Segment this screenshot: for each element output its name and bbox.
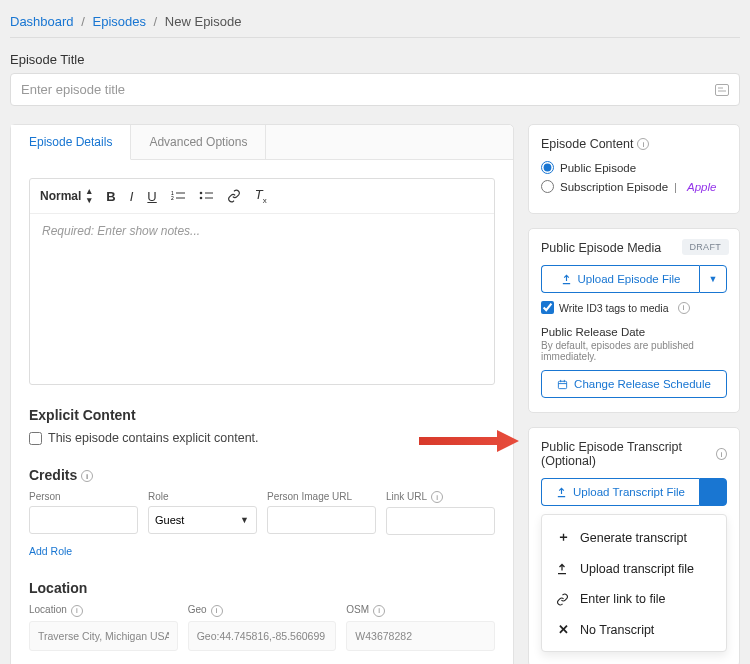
- editor-toolbar: Normal▴▾ B I U 12 Tx: [30, 179, 494, 214]
- info-icon: i: [678, 302, 690, 314]
- link-icon[interactable]: [227, 189, 241, 203]
- upload-episode-dropdown[interactable]: ▼: [699, 265, 727, 293]
- add-role-link[interactable]: Add Role: [29, 545, 72, 557]
- svg-rect-11: [558, 381, 566, 388]
- info-icon: i: [71, 605, 83, 617]
- italic-icon[interactable]: I: [130, 189, 134, 204]
- person-image-input[interactable]: [267, 506, 376, 534]
- breadcrumb-episodes[interactable]: Episodes: [92, 14, 145, 29]
- svg-marker-15: [419, 430, 519, 452]
- unordered-list-icon[interactable]: [199, 190, 213, 202]
- transcript-heading: Public Episode Transcript (Optional)i: [541, 440, 727, 468]
- info-icon: i: [373, 605, 385, 617]
- clear-format-icon[interactable]: Tx: [255, 187, 267, 205]
- episode-content-heading: Episode Contenti: [541, 137, 727, 151]
- person-image-label: Person Image URL: [267, 491, 376, 502]
- close-icon: ✕: [556, 622, 570, 637]
- breadcrumb-current: New Episode: [165, 14, 242, 29]
- breadcrumb-dashboard[interactable]: Dashboard: [10, 14, 74, 29]
- bold-icon[interactable]: B: [106, 189, 115, 204]
- svg-point-9: [199, 197, 202, 200]
- release-date-heading: Public Release Date: [541, 326, 727, 338]
- credits-heading: Creditsi: [29, 467, 495, 483]
- id3-checkbox[interactable]: [541, 301, 554, 314]
- card-icon: [715, 84, 729, 96]
- osm-label: OSMi: [346, 604, 495, 616]
- upload-icon: [556, 487, 567, 498]
- upload-transcript-button[interactable]: Upload Transcript File: [541, 478, 699, 506]
- info-icon: i: [211, 605, 223, 617]
- episode-title-input[interactable]: [21, 82, 715, 97]
- change-schedule-button[interactable]: Change Release Schedule: [541, 370, 727, 398]
- location-input[interactable]: [29, 621, 178, 651]
- menu-generate-transcript[interactable]: ＋Generate transcript: [542, 521, 726, 554]
- transcript-menu: ＋Generate transcript Upload transcript f…: [541, 514, 727, 652]
- location-label: Locationi: [29, 604, 178, 616]
- chevron-down-icon: ▼: [709, 274, 718, 284]
- info-icon: i: [716, 448, 727, 460]
- explicit-checkbox[interactable]: [29, 432, 42, 445]
- public-episode-radio[interactable]: [541, 161, 554, 174]
- plus-icon: ＋: [556, 529, 570, 546]
- id3-label: Write ID3 tags to media: [559, 302, 669, 314]
- breadcrumb: Dashboard / Episodes / New Episode: [10, 10, 740, 38]
- subscription-episode-label: Subscription Episode: [560, 181, 668, 193]
- svg-text:2: 2: [171, 195, 174, 201]
- ordered-list-icon[interactable]: 12: [171, 190, 185, 202]
- menu-no-transcript[interactable]: ✕No Transcript: [542, 614, 726, 645]
- geo-label: Geoi: [188, 604, 337, 616]
- subscription-episode-radio[interactable]: [541, 180, 554, 193]
- apple-label: Apple: [687, 181, 716, 193]
- upload-transcript-dropdown[interactable]: [699, 478, 727, 506]
- upload-icon: [561, 274, 572, 285]
- menu-enter-link[interactable]: Enter link to file: [542, 584, 726, 614]
- info-icon: i: [431, 491, 443, 503]
- location-heading: Location: [29, 580, 495, 596]
- info-icon: i: [81, 470, 93, 482]
- geo-input[interactable]: [188, 621, 337, 651]
- show-notes-editor[interactable]: Required: Enter show notes...: [30, 214, 494, 384]
- tab-episode-details[interactable]: Episode Details: [11, 125, 131, 160]
- svg-rect-0: [716, 84, 729, 95]
- person-label: Person: [29, 491, 138, 502]
- tab-advanced-options[interactable]: Advanced Options: [131, 125, 266, 159]
- info-icon: i: [637, 138, 649, 150]
- person-input[interactable]: [29, 506, 138, 534]
- explicit-heading: Explicit Content: [29, 407, 495, 423]
- link-url-input[interactable]: [386, 507, 495, 535]
- menu-upload-transcript[interactable]: Upload transcript file: [542, 554, 726, 584]
- role-label: Role: [148, 491, 257, 502]
- role-select[interactable]: [148, 506, 257, 534]
- episode-title-label: Episode Title: [10, 52, 740, 67]
- svg-point-7: [199, 192, 202, 195]
- draft-badge: DRAFT: [682, 239, 730, 255]
- editor-style-select[interactable]: Normal▴▾: [40, 187, 92, 205]
- explicit-label: This episode contains explicit content.: [48, 431, 259, 445]
- upload-icon: [556, 563, 570, 575]
- calendar-icon: [557, 379, 568, 390]
- upload-episode-button[interactable]: Upload Episode File: [541, 265, 699, 293]
- underline-icon[interactable]: U: [147, 189, 156, 204]
- release-date-desc: By default, episodes are published immed…: [541, 340, 727, 362]
- osm-input[interactable]: [346, 621, 495, 651]
- link-icon: [556, 593, 570, 606]
- arrow-icon: [419, 428, 519, 454]
- link-url-label: Link URLi: [386, 491, 495, 503]
- public-episode-label: Public Episode: [560, 162, 636, 174]
